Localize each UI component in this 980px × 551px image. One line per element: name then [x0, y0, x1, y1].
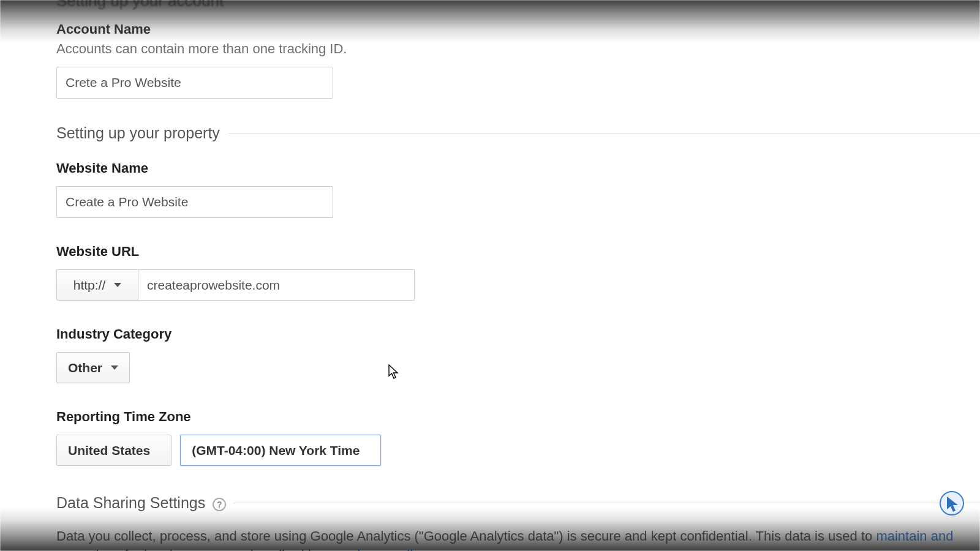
section-account-title: Setting up your account [56, 0, 980, 10]
cursor-badge-icon [940, 491, 964, 515]
account-name-input[interactable]: Crete a Pro Website [56, 67, 333, 99]
data-sharing-paragraph-1: Data you collect, process, and store usi… [56, 527, 980, 551]
text: exceptions for legal reasons as describe… [56, 547, 345, 551]
industry-category-select[interactable]: Other [56, 352, 130, 383]
industry-category-value: Other [68, 361, 102, 375]
maintain-link[interactable]: maintain and [876, 528, 953, 544]
timezone-country-value: United States [68, 443, 150, 458]
website-url-value: createaprowebsite.com [147, 278, 280, 293]
account-name-value: Crete a Pro Website [66, 75, 181, 90]
privacy-policy-link[interactable]: privacy policy [345, 547, 425, 551]
help-icon[interactable]: ? [213, 498, 226, 511]
text: Data you collect, process, and store usi… [56, 528, 876, 544]
chevron-down-icon [111, 365, 118, 370]
timezone-zone-value: (GMT-04:00) New York Time [192, 443, 360, 458]
website-url-label: Website URL [56, 244, 980, 260]
divider [233, 503, 980, 503]
website-name-input[interactable]: Create a Pro Website [56, 186, 333, 218]
section-data-sharing-title: Data Sharing Settings [56, 494, 205, 512]
divider [228, 133, 980, 133]
account-name-help: Accounts can contain more than one track… [56, 41, 980, 57]
website-name-value: Create a Pro Website [66, 195, 188, 209]
mouse-cursor-icon [388, 364, 399, 380]
website-name-label: Website Name [56, 160, 980, 176]
timezone-country-select[interactable]: United States [56, 435, 172, 466]
text: . [425, 547, 429, 551]
account-name-label: Account Name [56, 21, 980, 37]
chevron-down-icon [114, 283, 121, 287]
protocol-value: http:// [74, 278, 106, 293]
timezone-zone-select[interactable]: (GMT-04:00) New York Time [180, 435, 381, 466]
reporting-time-zone-label: Reporting Time Zone [56, 409, 980, 425]
industry-category-label: Industry Category [56, 326, 980, 342]
website-url-input[interactable]: createaprowebsite.com [138, 269, 415, 301]
section-property-title: Setting up your property [56, 124, 220, 142]
protocol-select[interactable]: http:// [56, 269, 138, 301]
